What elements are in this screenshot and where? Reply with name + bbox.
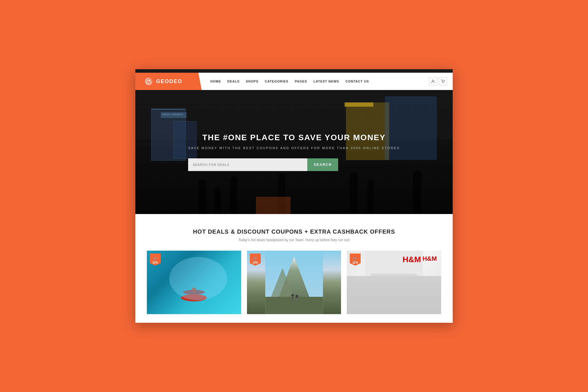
cart-icon — [441, 79, 445, 83]
main-nav: HOME DEALS SHOPS CATEGORIES PAGES LATEST… — [202, 80, 429, 83]
cart-badge-icon-3: 🛒 — [353, 256, 357, 261]
hero-content: THE #ONE PLACE TO SAVE YOUR MONEY SAVE M… — [182, 133, 406, 171]
svg-rect-22 — [397, 277, 406, 294]
mountain-image — [247, 251, 341, 314]
svg-rect-23 — [409, 277, 417, 294]
svg-rect-11 — [265, 297, 323, 314]
fashion-store-icon: H&M — [347, 251, 441, 314]
browser-window: GEODEO HOME DEALS SHOPS CATEGORIES PAGES… — [135, 69, 453, 323]
badge-percent-mountain: 10% — [252, 261, 258, 264]
nav-contact-us[interactable]: CONTACT US — [345, 80, 369, 83]
svg-point-2 — [432, 80, 434, 82]
logo-area[interactable]: GEODEO — [135, 73, 202, 90]
svg-point-6 — [192, 288, 196, 292]
deals-section: HOT DEALS & DISCOUNT COUPONS + EXTRA CAS… — [135, 214, 453, 323]
kayak-image — [147, 251, 241, 314]
deal-badge-mountain: 🛒 10% — [250, 254, 261, 266]
nav-latest-news[interactable]: LATEST NEWS — [313, 80, 339, 83]
nav-shops[interactable]: SHOPS — [246, 80, 259, 83]
site-header: GEODEO HOME DEALS SHOPS CATEGORIES PAGES… — [135, 73, 453, 90]
logo-icon — [144, 77, 153, 86]
deal-badge-kayak: 🛒 15% — [150, 254, 161, 266]
svg-rect-13 — [292, 297, 293, 301]
nav-deals[interactable]: DEALS — [227, 80, 239, 83]
deals-section-title: HOT DEALS & DISCOUNT COUPONS + EXTRA CAS… — [147, 228, 441, 235]
svg-rect-20 — [374, 277, 383, 294]
svg-rect-19 — [371, 274, 417, 314]
deal-card-kayak[interactable]: 🛒 15% — [147, 251, 241, 314]
cart-icon-button[interactable] — [439, 77, 447, 85]
svg-point-3 — [442, 82, 443, 83]
hero-subtitle: SAVE MONEY WITH THE BEST COUPONS AND OFF… — [188, 146, 400, 150]
deal-card-fashion[interactable]: 🛒 12% H&M — [347, 251, 441, 314]
deals-section-subtitle: Today's hot deals handpicked by our Team… — [147, 238, 441, 242]
nav-home[interactable]: HOME — [210, 80, 221, 83]
svg-point-1 — [147, 80, 148, 81]
user-icon-button[interactable] — [429, 77, 437, 85]
badge-percent-kayak: 15% — [152, 261, 158, 264]
svg-point-14 — [295, 295, 298, 298]
deal-card-mountain[interactable]: 🛒 10% — [247, 251, 341, 314]
svg-text:H&M: H&M — [403, 255, 421, 264]
nav-pages[interactable]: PAGES — [295, 80, 307, 83]
svg-rect-21 — [385, 277, 394, 294]
mountain-scene-icon — [247, 251, 341, 314]
svg-rect-15 — [296, 298, 297, 302]
fashion-image: H&M — [347, 251, 441, 314]
search-bar: SEARCH — [188, 158, 338, 171]
hero-section: GRAN CANARIA THE #ONE PLACE TO SAVE YOUR… — [135, 90, 453, 214]
svg-rect-7 — [193, 288, 195, 292]
deals-grid: 🛒 15% 🛒 10% — [147, 251, 441, 317]
nav-categories[interactable]: CATEGORIES — [265, 80, 289, 83]
top-bar — [135, 69, 453, 73]
user-icon — [431, 79, 435, 83]
search-button[interactable]: SEARCH — [307, 158, 338, 171]
badge-percent-fashion: 12% — [352, 261, 358, 264]
search-input[interactable] — [188, 158, 307, 171]
cart-badge-icon: 🛒 — [153, 256, 158, 261]
kayak-boat-icon — [182, 286, 205, 295]
svg-point-5 — [183, 290, 205, 295]
svg-point-12 — [291, 294, 294, 297]
svg-point-4 — [443, 82, 444, 83]
svg-rect-24 — [365, 303, 423, 314]
hero-title: THE #ONE PLACE TO SAVE YOUR MONEY — [188, 133, 400, 142]
deal-badge-fashion: 🛒 12% — [350, 254, 361, 266]
header-icons — [429, 77, 453, 85]
cart-badge-icon-2: 🛒 — [253, 256, 258, 261]
logo-text: GEODEO — [156, 78, 182, 85]
